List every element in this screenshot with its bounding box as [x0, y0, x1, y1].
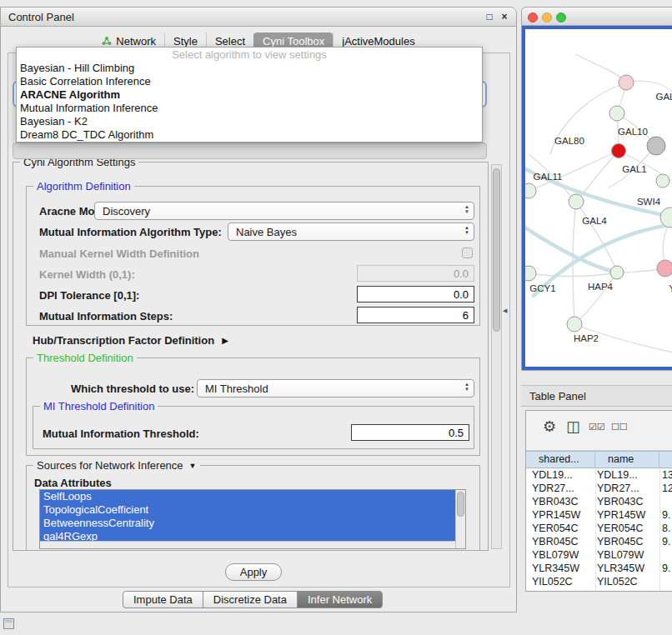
table-panel-header[interactable]: Table Panel	[521, 385, 672, 407]
table-row[interactable]: YIL052C YIL052C	[526, 575, 672, 588]
table-row[interactable]: YER054C YER054C 8.	[526, 522, 672, 535]
select-all-icon[interactable]: ☑☑	[589, 422, 605, 432]
list-item[interactable]: TopologicalCoefficient	[40, 503, 455, 517]
data-attributes-list[interactable]: SelfLoops TopologicalCoefficient Between…	[39, 489, 466, 549]
deselect-all-icon[interactable]: ☐☐	[611, 422, 628, 432]
collapse-right-icon[interactable]: ▶	[222, 336, 228, 345]
cell-shared: YER054C	[532, 522, 594, 535]
cell-value: 9.	[662, 535, 670, 548]
mi-type-select[interactable]: Naive Bayes ▲▼	[228, 222, 474, 241]
close-window-icon[interactable]: ×	[498, 10, 511, 23]
tab-style-label: Style	[173, 35, 198, 48]
tab-discretize-data[interactable]: Discretize Data	[203, 591, 298, 608]
algorithm-option-selected[interactable]: ARACNE Algorithm	[17, 88, 482, 102]
aracne-mode-select[interactable]: Discovery ▲▼	[94, 202, 474, 220]
cell-name: YPR145W	[597, 508, 658, 522]
network-node[interactable]	[567, 317, 582, 332]
algorithm-option[interactable]: Bayesian - K2	[17, 115, 482, 128]
table-row[interactable]: YLR345W YLR345W 9.	[526, 562, 672, 575]
network-node[interactable]	[656, 174, 669, 188]
collapse-down-icon[interactable]: ▼	[189, 462, 197, 470]
close-traffic-icon[interactable]	[528, 12, 538, 22]
gear-icon[interactable]: ⚙	[543, 418, 556, 436]
control-panel-titlebar[interactable]: Control Panel □ ×	[1, 8, 516, 27]
cell-name: YBR045C	[597, 535, 658, 548]
node-label: Y	[669, 283, 672, 293]
float-window-icon[interactable]: □	[483, 10, 496, 23]
network-canvas[interactable]: GAL GAL80 GAL10 GAL11 GAL1 SWI4 GAL4 GCY…	[525, 29, 672, 367]
network-node[interactable]	[647, 137, 665, 155]
network-node[interactable]	[657, 260, 672, 277]
list-item[interactable]: BetweennessCentrality	[40, 517, 455, 530]
combo-arrows-icon: ▲▼	[464, 204, 469, 214]
column-header-shared[interactable]: shared...	[526, 452, 595, 468]
algorithm-option[interactable]: Mutual Information Inference	[17, 102, 482, 115]
table-row[interactable]: YBL079W YBL079W	[526, 548, 672, 562]
network-node[interactable]	[525, 266, 536, 281]
node-label: GCY1	[529, 283, 555, 293]
kernel-width-field[interactable]	[357, 265, 474, 282]
network-window-titlebar[interactable]	[522, 8, 672, 26]
dpi-tolerance-field[interactable]	[357, 286, 474, 302]
hub-definition-label: Hub/Transcription Factor Definition	[33, 334, 214, 347]
manual-kernel-checkbox[interactable]	[462, 248, 473, 258]
zoom-traffic-icon[interactable]	[556, 12, 566, 22]
node-label: GAL10	[618, 127, 648, 137]
table-toolbar: ⚙ ◫ ☑☑ ☐☐	[526, 411, 672, 451]
tab-impute-data[interactable]: Impute Data	[123, 591, 203, 608]
network-node[interactable]	[569, 194, 584, 209]
cell-value: 8.	[662, 522, 670, 535]
pane-collapse-icon[interactable]: ◀	[503, 308, 507, 314]
algorithm-definition-title: Algorithm Definition	[33, 180, 134, 192]
algorithm-option[interactable]: Bayesian - Hill Climbing	[17, 62, 482, 75]
settings-scrollbar[interactable]	[491, 164, 502, 549]
cell-shared: YBR043C	[532, 495, 594, 508]
list-scrollbar-thumb[interactable]	[457, 492, 464, 517]
column-header-partial[interactable]	[659, 452, 672, 468]
mi-steps-field[interactable]	[357, 307, 474, 323]
node-label: GAL80	[554, 136, 584, 146]
algorithm-option[interactable]: Dream8 DC_TDC Algorithm	[17, 128, 482, 142]
sources-group-title[interactable]: Sources for Network Inference ▼	[33, 459, 200, 472]
minimized-panel-icon[interactable]	[3, 618, 14, 629]
which-threshold-label: Which threshold to use:	[71, 382, 194, 395]
algorithm-option[interactable]: Basic Correlation Inference	[17, 75, 482, 88]
table-row[interactable]: YBR043C YBR043C	[526, 495, 672, 508]
cell-shared: YBR045C	[532, 535, 594, 548]
algorithm-dropdown-popup: Select algorithm to view settings Bayesi…	[16, 47, 483, 142]
column-header-name[interactable]: name	[595, 452, 659, 468]
cell-value: 13	[662, 468, 672, 482]
list-horizontal-scrollbar[interactable]	[40, 541, 455, 548]
table-row[interactable]: YDL19... YDL19... 13	[526, 468, 672, 482]
network-node-gal10[interactable]	[612, 144, 626, 158]
cell-value: 12	[662, 482, 672, 495]
cell-name: YLR345W	[597, 562, 658, 575]
hub-definition-section[interactable]: Hub/Transcription Factor Definition ▶	[33, 334, 228, 347]
which-threshold-select[interactable]: MI Threshold ▲▼	[197, 379, 474, 398]
kernel-width-label: Kernel Width (0,1):	[39, 268, 135, 281]
network-node[interactable]	[619, 75, 634, 90]
table-row[interactable]: YDR27... YDR27... 12	[526, 482, 672, 495]
tab-cyni-toolbox-label: Cyni Toolbox	[263, 35, 324, 48]
cell-name: YER054C	[597, 522, 658, 535]
network-node[interactable]	[609, 106, 624, 121]
cell-name: YIL052C	[597, 575, 658, 588]
cell-name: YDL19...	[597, 468, 658, 482]
node-label: HAP2	[574, 333, 599, 343]
table-row[interactable]: YBR045C YBR045C 9.	[526, 535, 672, 548]
network-node[interactable]	[610, 266, 624, 279]
list-vertical-scrollbar[interactable]	[455, 490, 465, 548]
mi-threshold-field[interactable]	[351, 424, 469, 441]
settings-scrollbar-thumb[interactable]	[493, 168, 500, 332]
cell-name: YBR043C	[597, 495, 658, 508]
table-row[interactable]: YPR145W YPR145W 9.	[526, 508, 672, 522]
node-label: GAL	[655, 92, 672, 102]
cell-shared: YDL19...	[532, 468, 594, 482]
network-node[interactable]	[525, 183, 536, 198]
apply-button[interactable]: Apply	[225, 563, 282, 581]
columns-icon[interactable]: ◫	[566, 418, 580, 436]
minimize-traffic-icon[interactable]	[542, 12, 552, 22]
tab-select-label: Select	[215, 35, 245, 48]
list-item[interactable]: SelfLoops	[40, 490, 455, 503]
tab-infer-network[interactable]: Infer Network	[297, 591, 383, 608]
